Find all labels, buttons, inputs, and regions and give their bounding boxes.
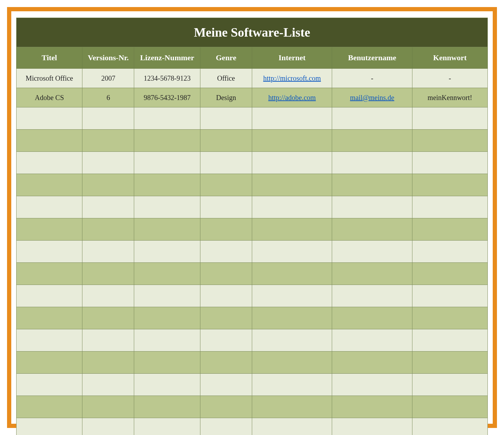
empty-cell[interactable]	[200, 152, 252, 174]
table-row[interactable]	[17, 285, 488, 307]
empty-cell[interactable]	[200, 130, 252, 152]
cell-kennwort[interactable]: meinKennwort!	[412, 88, 487, 107]
empty-cell[interactable]	[17, 418, 82, 435]
empty-cell[interactable]	[252, 130, 332, 152]
table-row[interactable]	[17, 352, 488, 374]
empty-cell[interactable]	[332, 152, 412, 174]
empty-cell[interactable]	[17, 130, 82, 152]
empty-cell[interactable]	[134, 418, 200, 435]
empty-cell[interactable]	[200, 285, 252, 307]
empty-cell[interactable]	[412, 218, 487, 241]
empty-cell[interactable]	[252, 352, 332, 374]
empty-cell[interactable]	[252, 329, 332, 352]
empty-cell[interactable]	[134, 285, 200, 307]
empty-cell[interactable]	[200, 107, 252, 130]
empty-cell[interactable]	[17, 285, 82, 307]
empty-cell[interactable]	[134, 241, 200, 263]
empty-cell[interactable]	[332, 329, 412, 352]
empty-cell[interactable]	[200, 174, 252, 196]
table-row[interactable]	[17, 307, 488, 329]
empty-cell[interactable]	[82, 152, 134, 174]
empty-cell[interactable]	[200, 329, 252, 352]
cell-kennwort[interactable]: -	[412, 69, 487, 88]
empty-cell[interactable]	[412, 174, 487, 196]
empty-cell[interactable]	[252, 285, 332, 307]
empty-cell[interactable]	[17, 218, 82, 241]
empty-cell[interactable]	[252, 218, 332, 241]
cell-lizenz[interactable]: 1234-5678-9123	[134, 69, 200, 88]
empty-cell[interactable]	[82, 196, 134, 218]
empty-cell[interactable]	[332, 307, 412, 329]
empty-cell[interactable]	[200, 374, 252, 396]
empty-cell[interactable]	[200, 418, 252, 435]
empty-cell[interactable]	[134, 174, 200, 196]
empty-cell[interactable]	[17, 107, 82, 130]
empty-cell[interactable]	[17, 174, 82, 196]
empty-cell[interactable]	[412, 196, 487, 218]
empty-cell[interactable]	[252, 418, 332, 435]
empty-cell[interactable]	[200, 196, 252, 218]
empty-cell[interactable]	[17, 196, 82, 218]
table-row[interactable]	[17, 107, 488, 130]
empty-cell[interactable]	[412, 307, 487, 329]
cell-lizenz[interactable]: 9876-5432-1987	[134, 88, 200, 107]
empty-cell[interactable]	[82, 174, 134, 196]
cell-titel[interactable]: Adobe CS	[17, 88, 82, 107]
empty-cell[interactable]	[412, 241, 487, 263]
empty-cell[interactable]	[82, 218, 134, 241]
cell-benutzer[interactable]: -	[332, 69, 412, 88]
empty-cell[interactable]	[412, 329, 487, 352]
empty-cell[interactable]	[200, 218, 252, 241]
cell-benutzer[interactable]: mail@meins.de	[332, 88, 412, 107]
empty-cell[interactable]	[17, 352, 82, 374]
empty-cell[interactable]	[332, 107, 412, 130]
empty-cell[interactable]	[82, 352, 134, 374]
empty-cell[interactable]	[412, 418, 487, 435]
empty-cell[interactable]	[332, 174, 412, 196]
empty-cell[interactable]	[82, 107, 134, 130]
empty-cell[interactable]	[252, 174, 332, 196]
empty-cell[interactable]	[332, 418, 412, 435]
cell-titel[interactable]: Microsoft Office	[17, 69, 82, 88]
table-row[interactable]	[17, 418, 488, 435]
table-row[interactable]	[17, 329, 488, 352]
empty-cell[interactable]	[134, 307, 200, 329]
empty-cell[interactable]	[332, 218, 412, 241]
empty-cell[interactable]	[17, 241, 82, 263]
empty-cell[interactable]	[134, 196, 200, 218]
cell-version[interactable]: 6	[82, 88, 134, 107]
table-row[interactable]	[17, 263, 488, 285]
table-row[interactable]	[17, 374, 488, 396]
empty-cell[interactable]	[252, 263, 332, 285]
cell-benutzer-link[interactable]: mail@meins.de	[350, 94, 394, 101]
empty-cell[interactable]	[412, 130, 487, 152]
empty-cell[interactable]	[412, 152, 487, 174]
table-row[interactable]	[17, 130, 488, 152]
empty-cell[interactable]	[134, 329, 200, 352]
empty-cell[interactable]	[200, 241, 252, 263]
empty-cell[interactable]	[332, 196, 412, 218]
empty-cell[interactable]	[82, 263, 134, 285]
empty-cell[interactable]	[412, 374, 487, 396]
empty-cell[interactable]	[200, 307, 252, 329]
empty-cell[interactable]	[134, 396, 200, 418]
empty-cell[interactable]	[252, 196, 332, 218]
empty-cell[interactable]	[252, 396, 332, 418]
cell-internet[interactable]: http://adobe.com	[252, 88, 332, 107]
cell-genre[interactable]: Design	[200, 88, 252, 107]
empty-cell[interactable]	[200, 396, 252, 418]
empty-cell[interactable]	[332, 352, 412, 374]
empty-cell[interactable]	[134, 130, 200, 152]
empty-cell[interactable]	[82, 374, 134, 396]
empty-cell[interactable]	[17, 329, 82, 352]
empty-cell[interactable]	[82, 418, 134, 435]
cell-genre[interactable]: Office	[200, 69, 252, 88]
table-row[interactable]: Adobe CS69876-5432-1987Designhttp://adob…	[17, 88, 488, 107]
empty-cell[interactable]	[252, 374, 332, 396]
table-row[interactable]	[17, 218, 488, 241]
empty-cell[interactable]	[332, 241, 412, 263]
empty-cell[interactable]	[134, 263, 200, 285]
empty-cell[interactable]	[252, 107, 332, 130]
table-row[interactable]	[17, 196, 488, 218]
cell-internet-link[interactable]: http://microsoft.com	[263, 74, 321, 82]
